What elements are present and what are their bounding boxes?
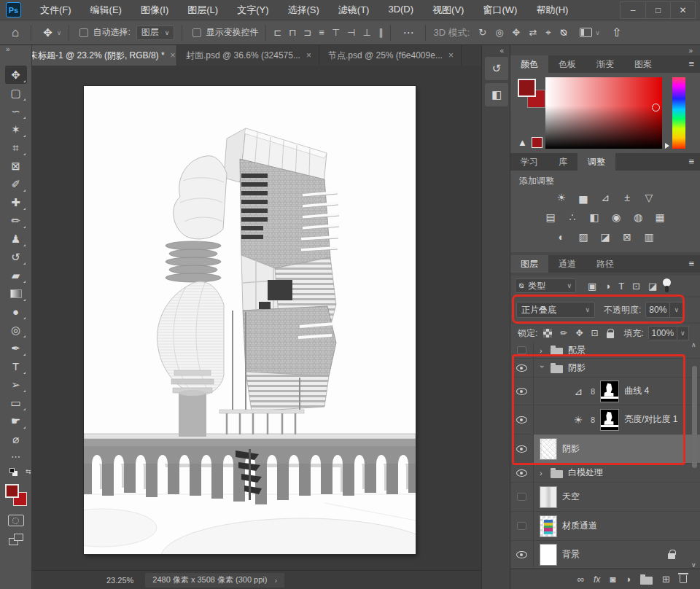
collapse-panels-icon[interactable]: « xyxy=(499,47,504,55)
layer-row-brightness1[interactable]: ☀ 8 亮度/对比度 1 xyxy=(510,405,700,434)
scrollbar-thumb[interactable] xyxy=(692,366,697,468)
menu-layer[interactable]: 图层(L) xyxy=(187,4,218,17)
scroll-up-icon[interactable]: ∧ xyxy=(691,341,696,348)
delete-layer-icon[interactable] xyxy=(680,575,687,583)
filter-type-layers-icon[interactable]: T xyxy=(618,281,624,292)
layer-name[interactable]: 天空 xyxy=(562,491,580,503)
align-left-icon[interactable]: ⊏ xyxy=(273,27,281,38)
menu-3d[interactable]: 3D(D) xyxy=(388,4,413,17)
3d-pan-icon[interactable]: ✥ xyxy=(513,27,521,38)
tab-channels[interactable]: 通道 xyxy=(548,255,586,273)
3d-roll-icon[interactable]: ◎ xyxy=(495,27,503,38)
layer-thumbnail[interactable] xyxy=(540,438,557,460)
new-group-icon[interactable] xyxy=(640,577,653,585)
eyedropper-tool[interactable]: ✐ xyxy=(5,175,27,193)
document-canvas[interactable] xyxy=(84,86,416,554)
eraser-tool[interactable]: ▰ xyxy=(5,266,27,284)
panel-menu-icon[interactable]: ≡ xyxy=(688,58,694,69)
foreground-color-swatch[interactable] xyxy=(518,79,536,97)
layer-row-yinying-group[interactable]: › 阴影 xyxy=(510,359,700,378)
selective-color-icon[interactable]: ▥ xyxy=(642,230,656,243)
layer-name[interactable]: 阴影 xyxy=(562,442,580,455)
marquee-tool[interactable]: ▢ xyxy=(5,84,27,102)
history-brush-tool[interactable]: ↺ xyxy=(5,248,27,266)
tab-gradients[interactable]: 渐变 xyxy=(586,55,624,73)
tab-libraries[interactable]: 库 xyxy=(548,153,578,171)
gradient-map-icon[interactable]: ⊠ xyxy=(620,230,634,243)
menu-edit[interactable]: 编辑(E) xyxy=(90,4,122,17)
path-select-tool[interactable]: ➢ xyxy=(5,375,27,394)
layer-name[interactable]: 曲线 4 xyxy=(624,385,649,397)
layer-row-peijing[interactable]: › 配景 xyxy=(510,343,700,359)
opacity-value[interactable]: 80% xyxy=(645,302,670,318)
color-lookup-icon[interactable]: ▦ xyxy=(653,211,667,224)
invert-icon[interactable]: ◐ xyxy=(554,230,569,243)
doc-tab-node[interactable]: 节点.psd @ 25% (f6e4009e... × xyxy=(319,45,462,66)
zoom-tool[interactable]: ⌀ xyxy=(5,430,27,448)
chevron-down-icon[interactable]: ∨ xyxy=(595,29,600,36)
hand-tool[interactable]: ☛ xyxy=(5,412,27,430)
document-info[interactable]: 2480 像素 x 3508 像素 (300 ppi) › xyxy=(145,573,284,588)
panel-color-swatches[interactable] xyxy=(518,79,548,112)
quick-mask-button[interactable] xyxy=(8,515,24,526)
brightness-contrast-icon[interactable]: ☀ xyxy=(554,191,569,204)
default-colors-icon[interactable]: ⇆ xyxy=(9,468,23,478)
menu-file[interactable]: 文件(F) xyxy=(40,4,71,17)
visibility-toggle[interactable] xyxy=(510,343,534,358)
visibility-toggle[interactable] xyxy=(510,541,534,568)
auto-select-dropdown[interactable]: 图层 ∨ xyxy=(136,26,175,40)
expand-arrow-icon[interactable]: › xyxy=(540,469,545,477)
home-icon[interactable]: ⌂ xyxy=(7,26,23,40)
new-adjustment-icon[interactable]: ◑ xyxy=(625,574,631,585)
clone-stamp-tool[interactable]: ♟ xyxy=(5,230,27,248)
align-bottom-icon[interactable]: ⊥ xyxy=(363,27,371,38)
layer-thumbnail[interactable] xyxy=(540,515,557,537)
layer-name[interactable]: 阴影 xyxy=(568,362,586,374)
search-icon[interactable]: ⌀ xyxy=(558,25,572,41)
layer-name[interactable]: 材质通道 xyxy=(562,520,597,532)
lock-position-icon[interactable]: ✥ xyxy=(575,328,583,338)
3d-zoom-icon[interactable]: ⌖ xyxy=(545,27,551,39)
toolbar-collapse-icon[interactable]: » xyxy=(0,45,31,57)
edit-toolbar-icon[interactable]: ⋯ xyxy=(11,451,20,462)
hue-slider[interactable] xyxy=(672,77,685,149)
menu-image[interactable]: 图像(I) xyxy=(141,4,168,17)
chevron-down-icon[interactable]: ∨ xyxy=(57,29,62,36)
tab-swatches[interactable]: 色板 xyxy=(548,55,586,73)
layer-row-baimo[interactable]: › 白模处理 xyxy=(510,464,700,483)
layer-mask-thumbnail[interactable] xyxy=(600,381,619,402)
tab-patterns[interactable]: 图案 xyxy=(624,55,662,73)
foreground-color-swatch[interactable] xyxy=(5,484,19,498)
align-center-h-icon[interactable]: ⊓ xyxy=(289,27,296,38)
zoom-level[interactable]: 23.25% xyxy=(106,576,133,585)
filter-toggle[interactable] xyxy=(663,278,671,293)
tab-layers[interactable]: 图层 xyxy=(510,255,548,273)
type-tool[interactable]: T xyxy=(5,357,27,375)
move-tool[interactable]: ✥ xyxy=(5,66,27,84)
exposure-icon[interactable]: ± xyxy=(620,191,634,204)
vibrance-icon[interactable]: ▽ xyxy=(642,191,656,204)
pen-tool[interactable]: ✒ xyxy=(5,339,27,357)
visibility-toggle[interactable] xyxy=(510,378,534,405)
maximize-button[interactable]: □ xyxy=(645,2,670,18)
close-tab-icon[interactable]: × xyxy=(171,50,176,61)
opacity-chevron[interactable]: ∨ xyxy=(670,302,683,318)
align-right-icon[interactable]: ⊐ xyxy=(303,27,311,38)
layer-name[interactable]: 亮度/对比度 1 xyxy=(624,413,677,426)
panel-menu-icon[interactable]: ≡ xyxy=(688,156,694,167)
color-cursor[interactable] xyxy=(652,104,660,112)
saturation-brightness-field[interactable] xyxy=(545,77,662,149)
add-mask-icon[interactable]: ◙ xyxy=(610,574,615,585)
visibility-toggle[interactable] xyxy=(510,464,534,482)
tab-color[interactable]: 颜色 xyxy=(510,55,548,73)
frame-tool[interactable]: ⊠ xyxy=(5,157,27,175)
show-transform-checkbox[interactable] xyxy=(192,28,201,37)
screen-mode-button[interactable] xyxy=(9,534,23,545)
menu-filter[interactable]: 滤镜(T) xyxy=(338,4,370,17)
scroll-down-icon[interactable]: ∨ xyxy=(691,561,696,569)
expand-panels-icon[interactable]: » xyxy=(688,47,693,55)
color-balance-icon[interactable]: ∴ xyxy=(565,211,580,224)
more-options-icon[interactable]: ⋯ xyxy=(398,26,418,39)
properties-panel-icon[interactable]: ◧ xyxy=(485,83,508,106)
minimize-button[interactable]: – xyxy=(621,2,645,18)
